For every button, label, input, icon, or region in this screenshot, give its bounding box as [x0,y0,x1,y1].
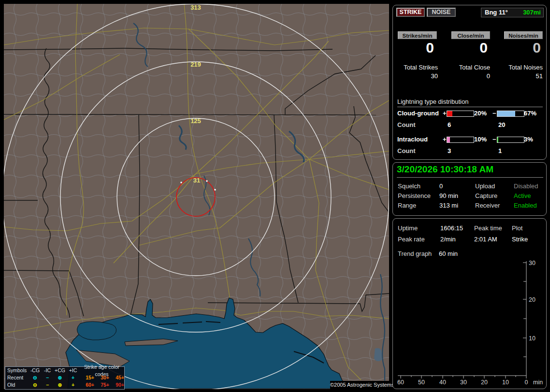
cg-negative-fill [497,111,515,116]
ic-count-label: Count [397,147,416,154]
recent-pos-cg-icon: ⊕ [53,374,67,381]
legend-pos-cg-label: +CG [53,367,67,374]
squelch-label: Squelch [398,182,420,190]
legend-header-row: Symbols -CG -IC +CG +IC Strike age color… [5,367,124,374]
legend-recent-label: Recent [7,374,29,381]
ic-positive-fill [447,137,450,142]
legend-old-row: Old ⊖ − ⊕ + 60+ 75+ 90+ [5,381,124,389]
upload-status: Disabled [514,182,538,190]
cg-positive-bar [447,111,474,117]
age-30: 30+ [94,374,109,381]
distribution-title: Lightning type distribution [397,98,543,107]
bearing-readout: Bng 11° 307mi [481,8,544,17]
cg-negative-bar [497,111,524,117]
age-60: 60+ [79,381,94,389]
x-tick-40: 40 [439,379,446,386]
range-value: 313 mi [439,202,458,209]
ic-positive-count: 3 [448,147,451,154]
ic-minus-sign: − [492,136,496,143]
range-label: Range [398,202,416,209]
total-close-label: Total Close [450,64,490,71]
legend-old-label: Old [7,381,29,389]
symbols-legend: Symbols -CG -IC +CG +IC Strike age color… [5,366,125,390]
distance-value: 307mi [523,8,541,17]
cg-positive-pct: 20% [474,110,487,117]
old-neg-ic-icon: − [42,381,53,389]
ic-negative-pct: 3% [524,136,533,143]
cg-positive-count: 6 [448,121,451,128]
ic-positive-bar [447,137,474,143]
intracloud-label: Intracloud [397,136,428,143]
legend-recent-row: Recent ⊖ − ⊕ + 15+ 30+ 45+ [5,374,124,381]
ic-plus-sign: + [443,136,447,143]
y-tick-20: 20 [529,296,536,303]
copyright-notice: ©2005 Astrogenic Systems [330,381,390,389]
strike-mode-button[interactable]: STRIKE [396,8,425,17]
ic-negative-fill [497,137,498,142]
recent-pos-ic-icon: + [67,374,79,381]
total-noises-label: Total Noises [503,64,543,71]
datetime-divider [397,177,543,178]
legend-neg-cg-label: -CG [29,367,42,374]
cloud-ground-label: Cloud-ground [397,110,439,117]
total-strikes-value: 30 [398,72,438,80]
ic-negative-count: 1 [498,147,502,154]
x-tick-30: 30 [460,379,467,386]
legend-pos-ic-label: +IC [67,367,79,374]
receiver-label: Receiver [475,202,500,209]
recent-neg-ic-icon: − [42,374,53,381]
cg-minus-sign: − [492,110,496,117]
trend-chart: 30 20 10 60 50 40 30 20 10 0 min [393,219,546,389]
bearing-value: Bng 11° [485,8,508,17]
age-90: 90+ [109,381,124,389]
stats-trend-panel: Uptime 1606:15 Peak time Plot Peak rate … [392,218,547,389]
y-tick-10: 10 [529,335,536,342]
x-tick-10: 10 [502,379,509,386]
total-strikes-label: Total Strikes [398,64,438,71]
strikes-per-min-button[interactable]: Strikes/min [398,31,437,39]
strikes-per-min-value: 0 [398,40,434,56]
cg-positive-fill [447,111,452,116]
radar-map[interactable]: 313 219 125 31 [4,4,389,389]
cg-count-label: Count [397,121,416,128]
capture-status: Active [514,192,531,199]
map-canvas: 313 219 125 31 [4,4,389,389]
noise-mode-button[interactable]: NOISE [427,8,456,17]
total-noises-value: 51 [503,72,543,80]
ring-label-219: 219 [190,61,201,68]
recent-neg-cg-icon: ⊖ [29,374,42,381]
x-axis-unit: min [533,379,543,386]
old-pos-ic-icon: + [67,381,79,389]
legend-symbols-label: Symbols [7,367,29,374]
upload-label: Upload [475,182,495,190]
age-75: 75+ [94,381,109,389]
ring-label-125: 125 [190,117,201,125]
y-tick-30: 30 [529,260,536,266]
age-45: 45+ [109,374,124,381]
total-close-value: 0 [450,72,490,80]
capture-label: Capture [475,192,497,199]
cg-negative-pct: 67% [524,110,536,117]
old-pos-cg-icon: ⊕ [53,381,67,389]
legend-neg-ic-label: -IC [42,367,53,374]
cg-plus-sign: + [443,110,447,117]
x-tick-50: 50 [418,379,425,386]
ring-label-313: 313 [190,4,201,11]
age-15: 15+ [79,374,94,381]
x-tick-20: 20 [481,379,488,386]
old-neg-cg-icon: ⊖ [29,381,42,389]
noises-per-min-button[interactable]: Noises/min [504,31,543,39]
ic-positive-pct: 10% [474,136,487,143]
receiver-status: Enabled [514,202,537,209]
trend-axis-labels: 30 20 10 60 50 40 30 20 10 0 min [397,260,543,386]
ic-negative-bar [497,137,524,143]
datetime-display: 3/20/2026 10:30:18 AM [397,164,493,175]
strike-counters-panel: STRIKE NOISE Bng 11° 307mi Strikes/min C… [392,5,547,160]
trend-axes [398,261,526,378]
persistence-label: Persistence [398,192,431,199]
close-per-min-value: 0 [451,40,488,56]
x-tick-0: 0 [525,379,528,386]
close-per-min-button[interactable]: Close/min [451,31,490,39]
x-tick-60: 60 [397,379,404,386]
cg-negative-count: 20 [498,121,505,128]
